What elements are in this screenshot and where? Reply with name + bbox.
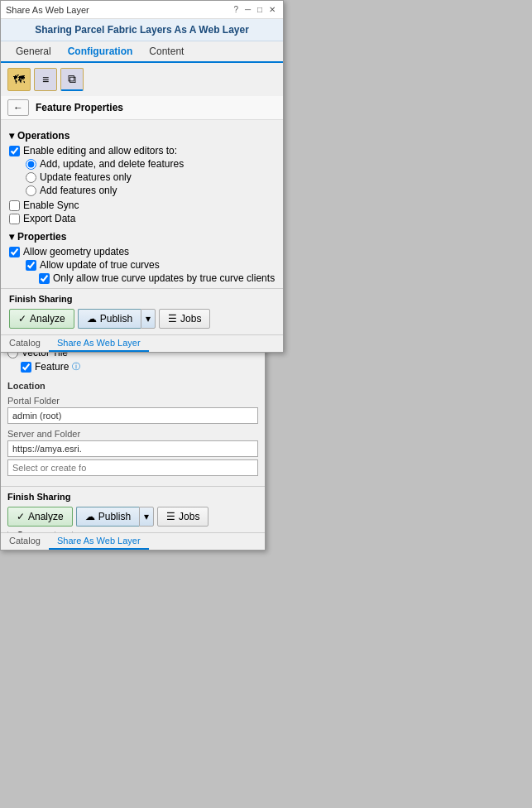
finish-title-3: Finish Sharing [9, 294, 275, 304]
operations-header[interactable]: ▾ Operations [9, 130, 275, 142]
checkmark-icon-3: ✓ [18, 313, 26, 325]
only-true-curve-label: Only allow true curve updates by true cu… [53, 272, 275, 284]
allow-geom-updates-label: Allow geometry updates [23, 246, 129, 257]
export-data-item: Export Data [9, 213, 275, 224]
maximize-btn-3[interactable]: □ [255, 5, 265, 14]
edit-opt-add-only: Add features only [26, 185, 275, 196]
server-label: Server and Folder [7, 429, 258, 439]
analyze-btn-1[interactable]: ✓ Analyze [7, 507, 73, 527]
jobs-label-1: Jobs [179, 511, 199, 522]
location-title: Location [7, 381, 258, 391]
btn-group-3: ✓ Analyze ☁ Publish ▾ ☰ Jobs [9, 309, 275, 329]
info-icon: ⓘ [72, 361, 80, 373]
edit-label-add-only: Add features only [40, 185, 117, 196]
feature-props-title: Feature Properties [36, 102, 123, 113]
tabs-3: General Configuration Content [1, 41, 283, 63]
enable-sync-label: Enable Sync [23, 200, 79, 211]
bottom-tab-catalog-3[interactable]: Catalog [1, 335, 49, 352]
enable-editing-check[interactable] [9, 146, 20, 156]
publish-btn-3[interactable]: ☁ Publish [78, 309, 141, 329]
bottom-tab-share-3[interactable]: Share As Web Layer [49, 335, 149, 352]
publish-label-1: Publish [98, 511, 131, 522]
window-3: Share As Web Layer ? ─ □ ✕ Sharing Parce… [0, 0, 284, 353]
title-bar-3: Share As Web Layer ? ─ □ ✕ [1, 1, 283, 19]
edit-opt-add-update-delete: Add, update, and delete features [26, 158, 275, 170]
publish-dropdown-btn-3[interactable]: ▾ [141, 309, 156, 329]
publish-label-3: Publish [100, 313, 132, 325]
bottom-tab-catalog-1[interactable]: Catalog [1, 533, 49, 550]
jobs-icon-3: ☰ [168, 313, 177, 325]
collapse-properties-icon: ▾ [9, 231, 14, 243]
edit-opt-update-only: Update features only [26, 171, 275, 183]
tab-content-3[interactable]: Content [141, 41, 192, 61]
bottom-tabs-1: Catalog Share As Web Layer [1, 532, 265, 550]
publish-dropdown-btn-1[interactable]: ▾ [139, 507, 154, 527]
finish-title-1: Finish Sharing [7, 492, 258, 502]
jobs-label-3: Jobs [180, 313, 201, 325]
allow-true-curves-check[interactable] [26, 260, 36, 271]
copy-option-feature2: Feature ⓘ [21, 361, 258, 373]
minimize-btn-3[interactable]: ─ [242, 5, 253, 14]
publish-btn-1[interactable]: ☁ Publish [76, 507, 139, 527]
server-input[interactable] [7, 440, 258, 457]
list-icon-3[interactable]: ≡ [34, 68, 57, 91]
bottom-tabs-3: Catalog Share As Web Layer [1, 334, 283, 352]
finish-sharing-3: Finish Sharing ✓ Analyze ☁ Publish ▾ ☰ J… [1, 288, 283, 334]
allow-true-curves-label: Allow update of true curves [40, 259, 160, 271]
checkmark-icon-1: ✓ [17, 511, 25, 522]
finish-sharing-1: Finish Sharing ✓ Analyze ☁ Publish ▾ ☰ J… [1, 486, 265, 531]
copy-icon-3[interactable]: ⧉ [60, 68, 84, 91]
copy-check-feature2[interactable] [21, 362, 31, 373]
copy-label-feature2: Feature [35, 361, 69, 373]
operations-title: Operations [17, 130, 69, 142]
export-data-check[interactable] [9, 214, 20, 224]
edit-label-update-only: Update features only [40, 171, 132, 183]
allow-geom-updates-check[interactable] [9, 247, 20, 257]
folder-input[interactable] [7, 459, 258, 476]
enable-editing-item: Enable editing and allow editors to: [9, 145, 275, 156]
collapse-operations-icon: ▾ [9, 130, 14, 142]
enable-sync-check[interactable] [9, 200, 20, 211]
portal-label: Portal Folder [7, 396, 258, 406]
btn-group-1: ✓ Analyze ☁ Publish ▾ ☰ Jobs [7, 507, 258, 527]
portal-input[interactable] [7, 407, 258, 424]
properties-header[interactable]: ▾ Properties [9, 231, 275, 243]
allow-geom-updates-item: Allow geometry updates [9, 246, 275, 257]
jobs-btn-3[interactable]: ☰ Jobs [159, 309, 210, 329]
back-button-3[interactable]: ← [7, 99, 29, 116]
cloud-icon-3: ☁ [87, 313, 97, 325]
share-icons-3: 🗺 ≡ ⧉ [1, 63, 283, 96]
tab-general-3[interactable]: General [7, 41, 60, 61]
jobs-icon-1: ☰ [166, 511, 175, 522]
edit-radio-update-only[interactable] [26, 172, 36, 183]
feature-props-header: ← Feature Properties [1, 96, 283, 120]
enable-editing-label: Enable editing and allow editors to: [23, 145, 177, 156]
jobs-btn-1[interactable]: ☰ Jobs [157, 507, 208, 527]
cloud-icon-1: ☁ [85, 511, 95, 522]
publish-btn-wrapper-3: ☁ Publish ▾ [78, 309, 156, 329]
analyze-btn-3[interactable]: ✓ Analyze [9, 309, 74, 329]
allow-true-curves-item: Allow update of true curves [26, 259, 275, 271]
edit-radio-add-only[interactable] [26, 185, 36, 196]
only-true-curve-item: Only allow true curve updates by true cu… [39, 272, 275, 284]
only-true-curve-check[interactable] [39, 273, 50, 284]
subtitle-3: Sharing Parcel Fabric Layers As A Web La… [1, 19, 283, 41]
bottom-tab-share-1[interactable]: Share As Web Layer [49, 533, 149, 550]
edit-radio-add-update-delete[interactable] [26, 159, 36, 170]
edit-label-add-update-delete: Add, update, and delete features [40, 158, 184, 170]
help-btn-3[interactable]: ? [231, 5, 241, 14]
export-data-label: Export Data [23, 213, 75, 224]
tab-configuration-3[interactable]: Configuration [60, 41, 141, 63]
enable-sync-item: Enable Sync [9, 200, 275, 211]
publish-btn-wrapper-1: ☁ Publish ▾ [76, 507, 154, 527]
map-icon-3[interactable]: 🗺 [7, 68, 31, 91]
title-bar-controls-3: ? ─ □ ✕ [231, 5, 278, 14]
close-btn-3[interactable]: ✕ [266, 5, 278, 14]
properties-title: Properties [17, 231, 66, 243]
analyze-label-3: Analyze [30, 313, 65, 325]
window-title-3: Share As Web Layer [6, 5, 89, 15]
analyze-label-1: Analyze [28, 511, 64, 522]
editing-options-group: Add, update, and delete features Update … [26, 158, 275, 196]
